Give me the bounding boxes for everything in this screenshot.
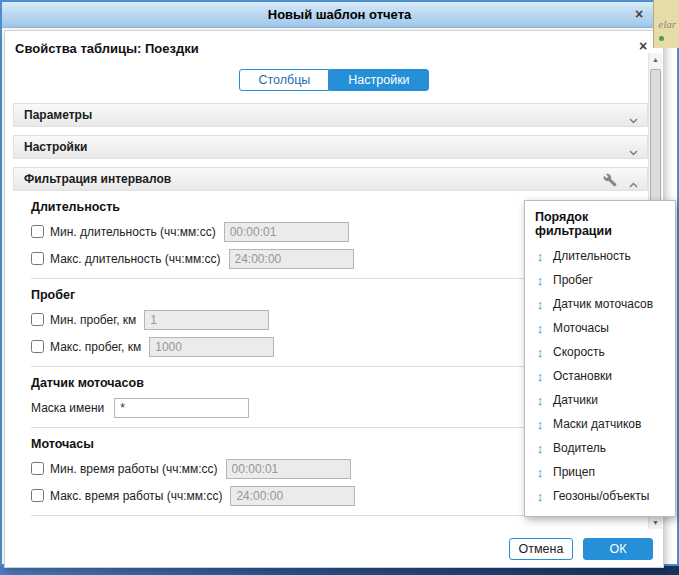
filter-order-item-label: Датчики xyxy=(553,393,598,407)
name-mask-input[interactable] xyxy=(114,398,249,418)
filter-order-item-label: Прицеп xyxy=(553,465,595,479)
tab-columns[interactable]: Столбцы xyxy=(239,69,329,91)
wrench-icon[interactable] xyxy=(603,173,617,190)
dialog-header: Свойства таблицы: Поездки × xyxy=(5,31,663,59)
filter-order-item-engine-sensor[interactable]: ↕ Датчик моточасов xyxy=(525,292,675,316)
chevron-down-icon xyxy=(629,145,638,159)
reorder-up-down-icon: ↕ xyxy=(535,321,545,336)
max-engine-time-checkbox[interactable] xyxy=(31,489,44,502)
filter-order-popup-title: Порядок фильтрации xyxy=(525,205,675,244)
accordion-parameters-label: Параметры xyxy=(24,108,92,122)
reorder-up-down-icon: ↕ xyxy=(535,273,545,288)
max-mileage-input xyxy=(149,337,274,357)
reorder-up-down-icon: ↕ xyxy=(535,441,545,456)
reorder-up-down-icon: ↕ xyxy=(535,417,545,432)
max-duration-label: Макс. длительность (чч:мм:сс) xyxy=(50,252,221,266)
filter-order-item-label: Остановки xyxy=(553,369,612,383)
filter-order-item-label: Маски датчиков xyxy=(553,417,641,431)
filter-order-item-label: Скорость xyxy=(553,345,605,359)
filter-order-item-trailer[interactable]: ↕ Прицеп xyxy=(525,460,675,484)
filter-order-item-sensor-masks[interactable]: ↕ Маски датчиков xyxy=(525,412,675,436)
window-close-icon[interactable]: × xyxy=(631,7,647,23)
accordion-interval-filtering-label: Фильтрация интервалов xyxy=(24,172,171,186)
map-place-label: elar xyxy=(658,18,676,30)
filter-order-item-label: Длительность xyxy=(553,249,631,263)
filter-order-item-engine-hours[interactable]: ↕ Моточасы xyxy=(525,316,675,340)
accordion-settings[interactable]: Настройки xyxy=(13,135,648,159)
max-duration-input xyxy=(229,249,354,269)
filter-order-item-label: Пробег xyxy=(553,273,593,287)
reorder-up-down-icon: ↕ xyxy=(535,345,545,360)
max-mileage-checkbox[interactable] xyxy=(31,340,44,353)
min-engine-time-label: Мин. время работы (чч:мм:сс) xyxy=(50,462,218,476)
filter-order-item-geofences[interactable]: ↕ Геозоны/объекты xyxy=(525,484,675,508)
reorder-up-down-icon: ↕ xyxy=(535,249,545,264)
max-mileage-label: Макс. пробег, км xyxy=(50,340,141,354)
accordion-interval-filtering[interactable]: Фильтрация интервалов xyxy=(13,167,648,191)
partially-visible-next-section: Скорость xyxy=(31,516,628,524)
filter-order-item-speed[interactable]: ↕ Скорость xyxy=(525,340,675,364)
map-fragment: elar xyxy=(653,0,679,48)
chevron-up-icon xyxy=(629,177,638,191)
reorder-up-down-icon: ↕ xyxy=(535,489,545,504)
min-duration-label: Мин. длительность (чч:мм:сс) xyxy=(50,225,216,239)
filter-order-item-sensors[interactable]: ↕ Датчики xyxy=(525,388,675,412)
reorder-up-down-icon: ↕ xyxy=(535,465,545,480)
dialog-footer: Отмена ОК xyxy=(5,531,663,567)
scroll-up-icon[interactable]: ▲ xyxy=(649,53,662,66)
reorder-up-down-icon: ↕ xyxy=(535,369,545,384)
filter-order-item-label: Водитель xyxy=(553,441,606,455)
window-titlebar[interactable]: Новый шаблон отчета × xyxy=(2,2,677,28)
chevron-down-icon xyxy=(629,113,638,127)
min-mileage-input xyxy=(144,310,269,330)
map-poi-dot xyxy=(659,36,664,41)
max-engine-time-label: Макс. время работы (чч:мм:сс) xyxy=(50,489,222,503)
cancel-button[interactable]: Отмена xyxy=(509,538,573,560)
dialog-title: Свойства таблицы: Поездки xyxy=(15,41,199,56)
filter-order-item-mileage[interactable]: ↕ Пробег xyxy=(525,268,675,292)
filter-order-item-label: Моточасы xyxy=(553,321,609,335)
window-title: Новый шаблон отчета xyxy=(268,7,411,22)
dialog-tabs: Столбцы Настройки xyxy=(5,69,663,91)
reorder-up-down-icon: ↕ xyxy=(535,393,545,408)
filter-order-popup: Порядок фильтрации ↕ Длительность ↕ Проб… xyxy=(524,200,676,517)
ok-button[interactable]: ОК xyxy=(583,538,653,560)
min-mileage-checkbox[interactable] xyxy=(31,313,44,326)
min-engine-time-checkbox[interactable] xyxy=(31,462,44,475)
filter-order-item-label: Датчик моточасов xyxy=(553,297,653,311)
filter-order-item-stops[interactable]: ↕ Остановки xyxy=(525,364,675,388)
min-duration-checkbox[interactable] xyxy=(31,225,44,238)
filter-order-item-driver[interactable]: ↕ Водитель xyxy=(525,436,675,460)
filter-order-item-label: Геозоны/объекты xyxy=(553,489,649,503)
reorder-up-down-icon: ↕ xyxy=(535,297,545,312)
min-mileage-label: Мин. пробег, км xyxy=(50,313,136,327)
min-duration-input xyxy=(224,222,349,242)
max-duration-checkbox[interactable] xyxy=(31,252,44,265)
filter-order-item-duration[interactable]: ↕ Длительность xyxy=(525,244,675,268)
max-engine-time-input xyxy=(230,486,355,506)
name-mask-label: Маска имени xyxy=(31,401,104,415)
accordion-parameters[interactable]: Параметры xyxy=(13,103,648,127)
tab-settings[interactable]: Настройки xyxy=(329,69,428,91)
min-engine-time-input xyxy=(226,459,351,479)
accordion-settings-label: Настройки xyxy=(24,140,87,154)
scroll-down-icon[interactable]: ▼ xyxy=(649,516,662,529)
